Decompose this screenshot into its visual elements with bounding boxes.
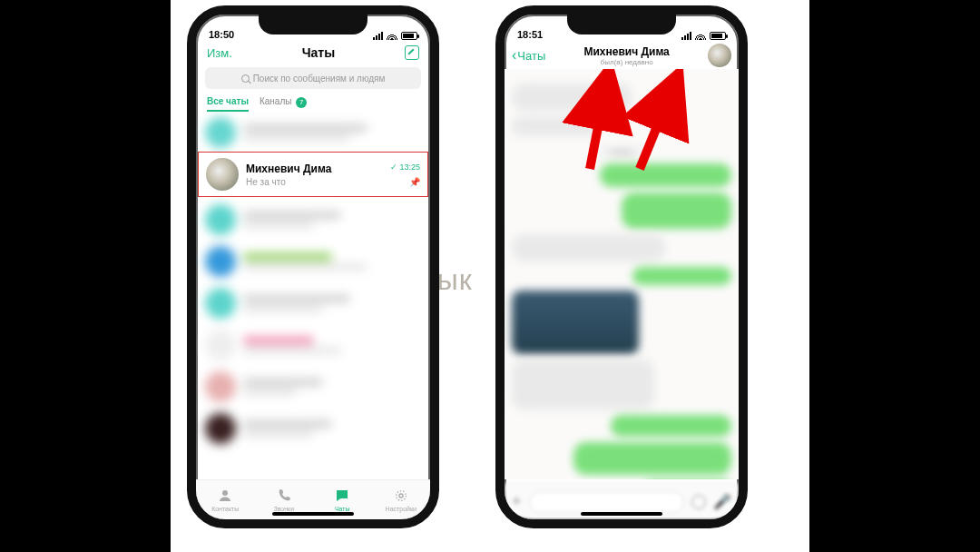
chevron-left-icon: ‹ — [512, 48, 516, 63]
page-title: Чаты — [302, 45, 335, 60]
tab-all-chats[interactable]: Все чаты — [207, 96, 249, 112]
calls-icon — [276, 488, 292, 504]
contact-avatar[interactable] — [708, 44, 731, 67]
tab-label: Контакты — [211, 506, 239, 512]
sticker-icon[interactable] — [691, 495, 706, 509]
notch — [567, 13, 676, 34]
chat-time: 13:25 — [399, 163, 420, 172]
conversation-navbar: ‹ Чаты Михневич Дима был(а) недавно — [505, 42, 739, 69]
home-indicator — [581, 512, 662, 516]
conversation-body: вчера — [505, 69, 739, 479]
cellular-icon — [681, 32, 691, 40]
tab-channels-label: Каналы — [260, 96, 292, 106]
pin-icon: 📌 — [390, 177, 420, 187]
message-input[interactable] — [529, 491, 684, 513]
chats-icon — [334, 488, 350, 504]
wifi-icon — [387, 32, 397, 40]
tab-settings[interactable]: Настройки — [372, 480, 431, 519]
status-time: 18:51 — [517, 29, 543, 40]
search-icon — [241, 74, 250, 83]
chats-navbar: Изм. Чаты — [196, 42, 430, 62]
chat-row-highlighted[interactable]: Михневич Дима Не за что ✓13:25 📌 — [198, 152, 428, 197]
phone-chats-list: 18:50 Изм. Чаты Поиск по сообщениям и лю… — [187, 5, 439, 528]
svg-point-2 — [396, 491, 406, 501]
cellular-icon — [373, 32, 383, 40]
back-button[interactable]: ‹ Чаты — [512, 48, 545, 63]
tab-channels[interactable]: Каналы 7 — [260, 96, 307, 112]
mic-icon[interactable]: 🎤 — [713, 493, 731, 510]
battery-icon — [401, 32, 417, 40]
contact-status: был(а) недавно — [549, 58, 704, 66]
edit-button[interactable]: Изм. — [207, 46, 232, 60]
svg-point-0 — [222, 490, 228, 496]
tab-label: Настройки — [386, 506, 416, 512]
back-label: Чаты — [517, 49, 545, 63]
filter-tabs: Все чаты Каналы 7 — [196, 94, 430, 112]
status-time: 18:50 — [209, 29, 234, 40]
battery-icon — [710, 32, 726, 40]
settings-icon — [393, 488, 409, 504]
search-placeholder: Поиск по сообщениям и людям — [253, 74, 386, 84]
conversation-title-area[interactable]: Михневич Дима был(а) недавно — [549, 45, 704, 66]
wifi-icon — [695, 32, 706, 40]
contact-name: Михневич Дима — [549, 45, 704, 58]
search-input[interactable]: Поиск по сообщениям и людям — [205, 67, 421, 89]
attach-icon[interactable]: + — [512, 492, 522, 511]
chat-list: Михневич Дима Не за что ✓13:25 📌 — [196, 112, 430, 478]
notch — [259, 13, 368, 34]
chat-name: Михневич Дима — [246, 163, 390, 175]
compose-icon[interactable] — [405, 45, 419, 60]
phone-conversation: 18:51 ‹ Чаты Михневич Дима был(а) недавн… — [495, 5, 748, 528]
svg-point-1 — [399, 494, 403, 498]
contacts-icon — [217, 488, 233, 504]
home-indicator — [272, 512, 354, 516]
tab-label: Чаты — [335, 506, 350, 512]
avatar — [206, 158, 239, 191]
tab-contacts[interactable]: Контакты — [196, 480, 255, 519]
channels-badge: 7 — [296, 97, 307, 108]
tab-label: Звонки — [273, 506, 294, 512]
read-check-icon: ✓ — [390, 163, 397, 172]
chat-preview: Не за что — [246, 177, 390, 187]
